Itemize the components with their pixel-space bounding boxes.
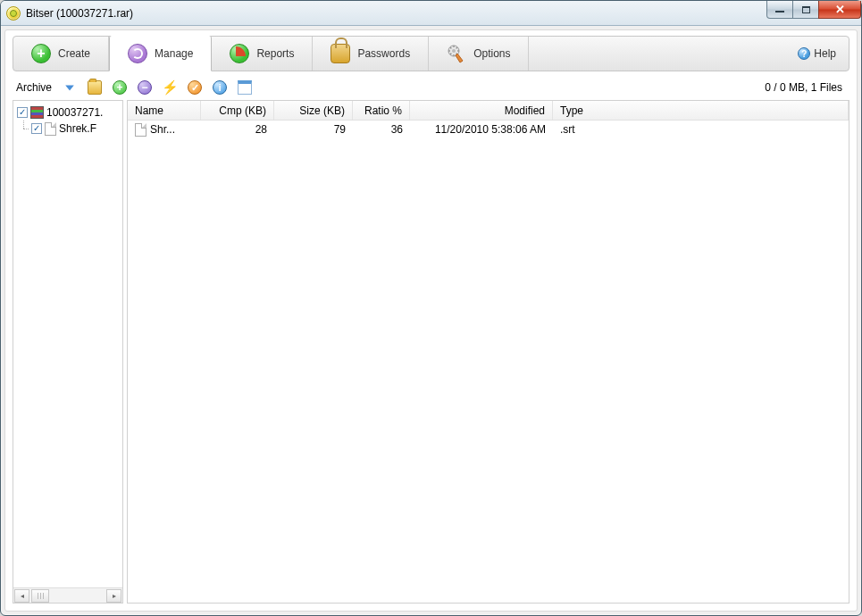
- add-button[interactable]: +: [113, 80, 127, 95]
- tree-root-row[interactable]: 100037271.: [15, 104, 121, 121]
- view-button[interactable]: [238, 80, 252, 95]
- file-icon: [45, 122, 56, 136]
- cell-name: Shr...: [128, 123, 201, 137]
- help-icon: ?: [798, 47, 810, 60]
- tree-checkbox[interactable]: [31, 123, 42, 134]
- close-button[interactable]: ✕: [818, 1, 861, 19]
- status-text: 0 / 0 MB, 1 Files: [765, 81, 846, 94]
- cell-modified: 11/20/2010 5:38:06 AM: [410, 123, 553, 136]
- tab-options-label: Options: [473, 47, 510, 60]
- reports-icon: [230, 44, 249, 63]
- tab-manage[interactable]: Manage: [109, 36, 212, 71]
- tab-create-label: Create: [58, 47, 90, 60]
- scroll-left-button[interactable]: ◂: [14, 589, 29, 603]
- col-size[interactable]: Size (KB): [274, 101, 353, 120]
- dropdown-icon[interactable]: [63, 80, 77, 95]
- minimize-icon: [775, 11, 784, 12]
- archive-tree[interactable]: 100037271. Shrek.F: [13, 101, 122, 587]
- col-ratio-label: Ratio %: [364, 104, 402, 117]
- col-name-label: Name: [135, 104, 163, 117]
- svg-point-1: [452, 49, 456, 53]
- tab-strip: Create Manage Reports Passwords Options: [13, 36, 849, 71]
- tree-child-row[interactable]: Shrek.F: [15, 121, 121, 137]
- window-title: Bitser (100037271.rar): [26, 7, 133, 20]
- info-button[interactable]: i: [213, 80, 227, 95]
- rar-archive-icon: [30, 106, 44, 119]
- remove-button[interactable]: −: [138, 80, 152, 95]
- col-type-label: Type: [560, 104, 583, 117]
- file-row[interactable]: Shr... 28 79 36 11/20/2010 5:38:06 AM .s…: [128, 121, 849, 138]
- app-icon: [6, 6, 21, 21]
- scroll-thumb[interactable]: [31, 589, 49, 603]
- tab-options[interactable]: Options: [429, 37, 529, 71]
- scroll-right-button[interactable]: ▸: [106, 589, 121, 603]
- col-size-label: Size (KB): [299, 104, 345, 117]
- file-rows: Shr... 28 79 36 11/20/2010 5:38:06 AM .s…: [128, 121, 849, 603]
- passwords-icon: [331, 44, 350, 63]
- col-cmp[interactable]: Cmp (KB): [201, 101, 274, 120]
- col-modified[interactable]: Modified: [410, 101, 553, 120]
- action-button[interactable]: ⚡: [163, 80, 177, 95]
- cell-type: .srt: [553, 123, 849, 136]
- tab-reports-label: Reports: [256, 47, 294, 60]
- tree-checkbox[interactable]: [17, 107, 28, 118]
- col-ratio[interactable]: Ratio %: [353, 101, 410, 120]
- archive-label: Archive: [16, 81, 52, 94]
- cell-cmp: 28: [201, 123, 274, 136]
- tree-child-label: Shrek.F: [59, 122, 96, 135]
- col-cmp-label: Cmp (KB): [219, 104, 266, 117]
- tab-reports[interactable]: Reports: [212, 37, 313, 71]
- main-split: 100037271. Shrek.F ◂ ▸ Nam: [13, 100, 849, 604]
- tree-hscrollbar[interactable]: ◂ ▸: [13, 587, 122, 603]
- help-link[interactable]: ? Help: [785, 37, 849, 71]
- tree-pane: 100037271. Shrek.F ◂ ▸: [13, 100, 123, 604]
- cell-ratio: 36: [353, 123, 410, 136]
- maximize-icon: [802, 6, 810, 13]
- col-type[interactable]: Type: [553, 101, 849, 120]
- col-modified-label: Modified: [505, 104, 545, 117]
- file-icon: [135, 123, 146, 137]
- cell-name-text: Shr...: [150, 123, 175, 136]
- options-icon: [447, 44, 466, 63]
- tab-passwords[interactable]: Passwords: [313, 37, 429, 71]
- tab-passwords-label: Passwords: [357, 47, 410, 60]
- col-name[interactable]: Name: [128, 101, 201, 120]
- app-window: Bitser (100037271.rar) ✕ Create Manage R…: [0, 0, 862, 616]
- window-controls: ✕: [767, 1, 861, 19]
- manage-icon: [128, 44, 147, 63]
- verify-button[interactable]: ✓: [188, 80, 202, 95]
- cell-size: 79: [274, 123, 353, 136]
- client-area: Create Manage Reports Passwords Options: [4, 29, 858, 612]
- file-list-pane: Name Cmp (KB) Size (KB) Ratio % Modified…: [127, 100, 849, 604]
- tab-create[interactable]: Create: [13, 37, 109, 71]
- close-icon: ✕: [835, 4, 845, 15]
- toolbar: Archive + − ⚡ ✓ i 0 / 0 MB, 1 Files: [13, 71, 849, 100]
- create-icon: [31, 44, 51, 63]
- open-folder-button[interactable]: [88, 80, 102, 95]
- maximize-button[interactable]: [792, 1, 819, 19]
- column-headers: Name Cmp (KB) Size (KB) Ratio % Modified…: [128, 101, 849, 121]
- titlebar[interactable]: Bitser (100037271.rar) ✕: [1, 1, 861, 26]
- tree-root-label: 100037271.: [46, 106, 103, 119]
- minimize-button[interactable]: [766, 1, 793, 19]
- tab-manage-label: Manage: [155, 47, 193, 60]
- help-label: Help: [814, 47, 836, 60]
